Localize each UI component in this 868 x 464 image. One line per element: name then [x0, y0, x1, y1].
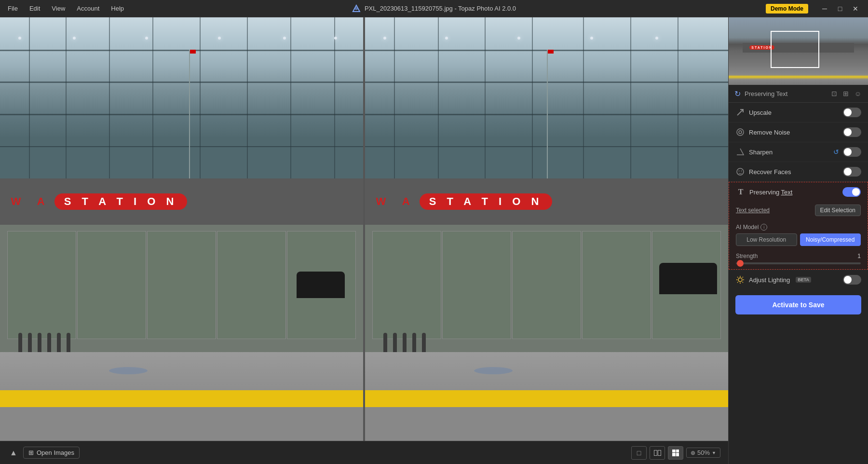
collapse-button[interactable]: ▲	[8, 447, 19, 459]
panel-expand-icon-button[interactable]: ⊞	[842, 89, 850, 98]
adjust-lighting-toggle[interactable]	[843, 275, 861, 285]
noisy-compressed-button[interactable]: Noisy/Compressed	[800, 233, 861, 246]
rwindow-1	[372, 231, 441, 339]
photo-container[interactable]: W A S T A T I O N	[0, 17, 728, 441]
sharpen-undo-button[interactable]: ↺	[833, 148, 839, 156]
sharpen-row: Sharpen ↺	[729, 142, 868, 162]
menu-account[interactable]: Account	[75, 4, 101, 13]
recover-faces-toggle[interactable]	[843, 167, 861, 177]
menu-help[interactable]: Help	[109, 4, 126, 13]
beam-rv4	[532, 17, 533, 178]
beam-rv6	[630, 17, 631, 178]
bollard-3	[38, 333, 41, 352]
window-3	[147, 231, 216, 339]
minimize-button[interactable]: ─	[818, 3, 831, 14]
demo-mode-button[interactable]: Demo Mode	[766, 4, 808, 14]
menu-file[interactable]: File	[6, 4, 20, 13]
panel-header: ↻ Preserving Text ⊡ ⊞ ☺	[729, 85, 868, 103]
bollard-6	[67, 333, 70, 352]
preview-sign-text: STATION	[749, 45, 774, 50]
grid-cell-3	[672, 453, 676, 456]
title-center: PXL_20230613_115920755.jpg - Topaz Photo…	[352, 4, 516, 13]
split-right-icon	[658, 450, 661, 456]
rwindow-4	[582, 231, 651, 339]
photo-original: W A S T A T I O N	[0, 17, 363, 441]
recover-faces-row: Recover Faces	[729, 162, 868, 182]
main-area: W A S T A T I O N	[0, 17, 868, 464]
panel-face-icon-button[interactable]: ☺	[854, 89, 862, 98]
remove-noise-icon	[735, 127, 745, 137]
window-controls: ─ □ ✕	[818, 3, 862, 14]
svg-line-14	[743, 282, 744, 283]
bottom-center: □ ⊕	[631, 446, 720, 460]
activate-save-button[interactable]: Activate to Save	[735, 295, 861, 314]
low-resolution-button[interactable]: Low Resolution	[736, 233, 797, 246]
panel-crop-icon-button[interactable]: ⊡	[830, 89, 838, 98]
menu-view[interactable]: View	[50, 4, 67, 13]
view-split-button[interactable]	[650, 446, 665, 460]
window-4	[217, 231, 286, 339]
maximize-button[interactable]: □	[833, 3, 847, 14]
rceiling-light-5	[655, 37, 658, 40]
beam-v7	[290, 17, 291, 178]
adjust-lighting-right	[843, 275, 861, 285]
photo-bg-right: W A S T A T I O N	[365, 17, 728, 441]
rbollard-2	[393, 333, 397, 352]
preserving-text-right	[842, 187, 861, 197]
rbollard-4	[412, 333, 416, 352]
strength-row: Strength 1	[729, 250, 868, 269]
upscale-toggle[interactable]	[843, 108, 861, 117]
sharpen-left: Sharpen	[735, 147, 773, 157]
sharpen-toggle[interactable]	[843, 147, 861, 157]
beam-h1	[0, 50, 363, 51]
banner-left: W A S T A T I O N	[0, 178, 363, 225]
remove-noise-label: Remove Noise	[749, 129, 790, 136]
banner-wa-left: W A	[11, 195, 47, 208]
panel-header-left: ↻ Preserving Text	[734, 89, 787, 98]
remove-noise-toggle[interactable]	[843, 127, 861, 137]
split-view-icon	[654, 450, 661, 456]
single-view-icon: □	[637, 449, 641, 457]
rbollard-5	[422, 333, 426, 352]
svg-point-3	[737, 129, 744, 136]
menu-edit[interactable]: Edit	[27, 4, 42, 13]
chevron-up-icon: ▲	[10, 449, 17, 457]
view-grid-button[interactable]	[668, 446, 683, 460]
flag-pole-left	[189, 50, 190, 178]
bollard-5	[57, 333, 61, 352]
bollards-left	[18, 333, 70, 352]
ai-model-info-icon[interactable]: i	[760, 224, 767, 231]
ai-model-row: AI Model i Low Resolution Noisy/Compress…	[729, 221, 868, 250]
beam-v6	[247, 17, 248, 178]
bollards-right	[383, 333, 426, 352]
beam-v3	[109, 17, 110, 178]
beam-h3	[0, 114, 363, 115]
sky-right	[365, 17, 728, 178]
panel-header-title: Preserving Text	[745, 90, 787, 97]
app-logo-icon	[352, 4, 361, 13]
strength-value: 1	[857, 253, 861, 259]
rwindow-3	[512, 231, 581, 339]
svg-point-1	[355, 7, 358, 10]
svg-point-5	[737, 168, 744, 175]
view-single-button[interactable]: □	[631, 446, 647, 460]
grid-cell-1	[672, 450, 676, 453]
close-button[interactable]: ✕	[849, 3, 862, 14]
ceiling-light-5	[283, 37, 286, 40]
face-circle-icon	[736, 167, 745, 176]
preserving-text-toggle[interactable]	[842, 187, 861, 197]
rceiling-light-4	[590, 37, 593, 40]
photo-processed: W A S T A T I O N	[365, 17, 728, 441]
remove-noise-left: Remove Noise	[735, 127, 790, 137]
beam-rv5	[583, 17, 584, 178]
bottom-left: ▲ ⊞ Open Images	[8, 447, 80, 459]
open-images-button[interactable]: ⊞ Open Images	[23, 447, 80, 459]
rceiling-light-1	[383, 37, 386, 40]
beam-h4	[0, 146, 363, 147]
beam-rv2	[438, 17, 439, 178]
strength-slider-thumb[interactable]	[737, 260, 744, 267]
strength-slider[interactable]	[736, 262, 861, 264]
photo-divider[interactable]	[363, 17, 365, 441]
zoom-icon: ⊕	[691, 450, 695, 456]
edit-selection-button[interactable]: Edit Selection	[815, 205, 861, 216]
